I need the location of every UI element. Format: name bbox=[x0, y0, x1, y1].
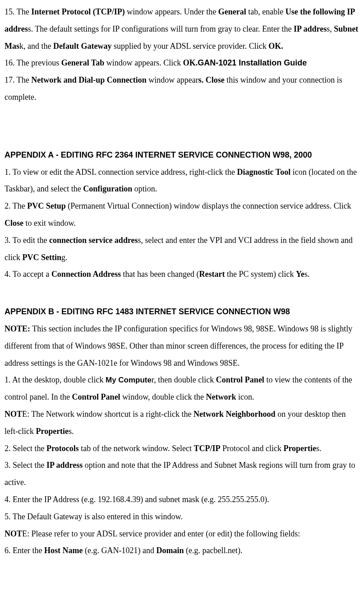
text: s. The default settings for IP configura… bbox=[28, 24, 294, 33]
text: (e.g. pacbell.net). bbox=[184, 546, 242, 555]
bold-text: Control Panel bbox=[72, 392, 120, 401]
bold-text: Propertie bbox=[283, 444, 316, 453]
text: 4. Enter the IP Address (e.g. 192.168.4.… bbox=[5, 495, 269, 504]
appendix-b-step-2: 2. Select the Protocols tab of the netwo… bbox=[5, 440, 359, 457]
bold-text: PVC Setup bbox=[27, 201, 66, 210]
bold-text: s. Close bbox=[198, 75, 225, 84]
text: icon. bbox=[236, 392, 254, 401]
bold-text: Domain bbox=[156, 546, 184, 555]
bold-text: General Tab bbox=[61, 58, 105, 67]
bold-text: NOT bbox=[5, 410, 22, 419]
text: tab of the network window. Select bbox=[79, 444, 194, 453]
text: 17. The bbox=[5, 75, 31, 84]
bold-text: Internet Protocol (TCP/IP) bbox=[31, 7, 125, 16]
bold-text: Diagnostic Tool bbox=[237, 168, 291, 177]
bold-text: connection service addres bbox=[49, 236, 138, 245]
appendix-a-step-2: 2. The PVC Setup (Permanent Virtual Conn… bbox=[5, 198, 359, 232]
bold-text: Network bbox=[206, 392, 236, 401]
bold-text: PVC Settin bbox=[22, 253, 61, 262]
text: 3. Select the bbox=[5, 461, 46, 470]
appendix-b-step-3: 3. Select the IP address option and note… bbox=[5, 457, 359, 491]
bold-text: Default Gateway bbox=[53, 42, 111, 51]
inline-heading: My Compute bbox=[106, 376, 152, 384]
bold-text: Network Neighborhood bbox=[194, 410, 276, 419]
bold-text: Network and Dial-up Connection bbox=[31, 75, 147, 84]
text: s. bbox=[69, 427, 74, 436]
text: to exit window. bbox=[23, 219, 76, 228]
appendix-a-step-1: 1. To view or edit the ADSL connection s… bbox=[5, 164, 359, 198]
appendix-a-step-4: 4. To accept a Connection Address that h… bbox=[5, 266, 359, 283]
text: E: The Network window shortcut is a righ… bbox=[22, 410, 194, 419]
bold-text: IP addres bbox=[294, 24, 327, 33]
appendix-b-step-5: 5. The Default Gateway is also entered i… bbox=[5, 508, 359, 526]
step-15: 15. The Internet Protocol (TCP/IP) windo… bbox=[5, 4, 359, 55]
bold-text: TCP/IP bbox=[194, 444, 220, 453]
bold-text: NOTE: bbox=[5, 324, 30, 333]
bold-text: Restart bbox=[199, 270, 225, 279]
text: supplied by your ADSL service provider. … bbox=[111, 42, 268, 51]
spacer bbox=[5, 106, 359, 147]
appendix-b-step-4: 4. Enter the IP Address (e.g. 192.168.4.… bbox=[5, 491, 359, 508]
heading-text: APPENDIX B - EDITING RFC 1483 INTERNET S… bbox=[5, 307, 290, 316]
text: 16. The previous bbox=[5, 58, 61, 67]
text: s, bbox=[327, 24, 334, 33]
text: r, then double click bbox=[152, 375, 216, 384]
text: window appears. Under the bbox=[125, 7, 218, 16]
text: the PC system) click bbox=[225, 270, 296, 279]
bold-text: OK. bbox=[183, 58, 198, 67]
appendix-a-step-3: 3. To edit the connection service addres… bbox=[5, 232, 359, 266]
bold-text: Connection Address bbox=[51, 270, 121, 279]
bold-text: Configuration bbox=[83, 184, 132, 193]
bold-text: General bbox=[218, 7, 246, 16]
text: 5. The Default Gateway is also entered i… bbox=[5, 512, 183, 521]
spacer bbox=[5, 283, 359, 303]
bold-text: Control Panel bbox=[216, 375, 264, 384]
text: 1. To view or edit the ADSL connection s… bbox=[5, 168, 237, 177]
text: 1. At the desktop, double click bbox=[5, 375, 106, 384]
inline-heading: GAN-1021 Installation Guide bbox=[198, 58, 307, 67]
appendix-a-heading: APPENDIX A - EDITING RFC 2364 INTERNET S… bbox=[5, 147, 359, 164]
text: (e.g. GAN-1021) and bbox=[83, 546, 156, 555]
text: 15. The bbox=[5, 7, 31, 16]
bold-text: IP address bbox=[46, 461, 83, 470]
text: (Permanent Virtual Connection) window di… bbox=[66, 201, 351, 210]
text: g. bbox=[61, 253, 68, 262]
step-16: 16. The previous General Tab window appe… bbox=[5, 55, 359, 72]
bold-text: NOT bbox=[5, 529, 22, 538]
text: window, double click the bbox=[120, 392, 206, 401]
text: 4. To accept a bbox=[5, 270, 51, 279]
appendix-b-note-2: NOTE: The Network window shortcut is a r… bbox=[5, 406, 359, 440]
appendix-b-step-1: 1. At the desktop, double click My Compu… bbox=[5, 372, 359, 406]
text: s. bbox=[316, 444, 322, 453]
text: 3. To edit the bbox=[5, 236, 49, 245]
text: tab, enable bbox=[246, 7, 286, 16]
text: E: Please refer to your ADSL service pro… bbox=[22, 529, 300, 538]
appendix-b-note-3: NOTE: Please refer to your ADSL service … bbox=[5, 526, 359, 543]
text: window appear bbox=[147, 75, 198, 84]
heading-text: APPENDIX A - EDITING RFC 2364 INTERNET S… bbox=[5, 150, 312, 159]
text: 2. The bbox=[5, 201, 27, 210]
text: that has been changed ( bbox=[121, 270, 199, 279]
text: This section includes the IP configurati… bbox=[5, 324, 352, 368]
text: 2. Select the bbox=[5, 444, 46, 453]
text: option. bbox=[132, 184, 157, 193]
bold-text: Close bbox=[5, 219, 23, 228]
bold-text: Propertie bbox=[36, 427, 69, 436]
text: 6. Enter the bbox=[5, 546, 44, 555]
appendix-b-step-6: 6. Enter the Host Name (e.g. GAN-1021) a… bbox=[5, 542, 359, 559]
bold-text: Host Name bbox=[44, 546, 83, 555]
bold-text: OK. bbox=[268, 42, 283, 51]
text: k, and the bbox=[19, 42, 53, 51]
bold-text: Ye bbox=[296, 270, 304, 279]
document-body: 15. The Internet Protocol (TCP/IP) windo… bbox=[5, 4, 359, 559]
appendix-b-heading: APPENDIX B - EDITING RFC 1483 INTERNET S… bbox=[5, 303, 359, 321]
text: Protocol and click bbox=[220, 444, 283, 453]
appendix-b-note-1: NOTE: This section includes the IP confi… bbox=[5, 321, 359, 372]
text: window appears. Click bbox=[104, 58, 183, 67]
text: s. bbox=[304, 270, 310, 279]
bold-text: Protocols bbox=[46, 444, 79, 453]
step-17: 17. The Network and Dial-up Connection w… bbox=[5, 72, 359, 106]
